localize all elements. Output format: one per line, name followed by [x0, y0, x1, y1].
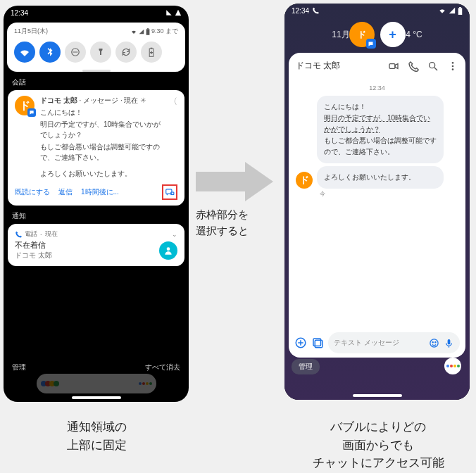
video-call-button[interactable]: [388, 61, 399, 72]
svg-rect-28: [448, 339, 451, 344]
left-phone-notification-shade: 12:34 11月5日(木) 9:30 まで: [4, 6, 189, 402]
right-caption: バブルによりどの画面からでもチャットにアクセス可能: [294, 418, 463, 472]
status-icons: [438, 7, 463, 15]
gesture-pill[interactable]: [353, 394, 402, 397]
wifi-toggle[interactable]: [14, 42, 35, 63]
svg-point-26: [432, 341, 433, 342]
gesture-pill[interactable]: [72, 396, 121, 399]
add-button[interactable]: [294, 336, 307, 349]
quick-settings-panel: 11月5日(木) 9:30 まで: [7, 23, 185, 72]
emoji-button[interactable]: [429, 338, 439, 348]
bubble-button[interactable]: [162, 184, 177, 200]
gallery-button[interactable]: [311, 336, 324, 349]
flashlight-toggle[interactable]: [90, 42, 111, 63]
mic-button[interactable]: [444, 338, 454, 348]
svg-rect-7: [150, 52, 153, 53]
manage-button[interactable]: 管理: [12, 362, 26, 372]
battery-saver-toggle[interactable]: [141, 42, 162, 63]
svg-point-15: [430, 62, 435, 68]
notification-line3: もしご都合悪い場合は調整可能ですので、ご連絡下さい。: [40, 141, 163, 163]
svg-point-19: [452, 68, 454, 70]
svg-point-10: [167, 247, 170, 251]
message-bubble[interactable]: よろしくお願いいたします。: [317, 166, 444, 189]
message-bubble[interactable]: こんにちは！ 明日の予定ですが、10時集合でいかがでしょうか？ もしご都合悪い場…: [317, 96, 444, 163]
svg-rect-1: [147, 28, 149, 29]
app-badge-icon: [27, 108, 36, 117]
bubble-app-badge-icon: [366, 39, 376, 49]
notification-greeting: こんにちは！: [40, 107, 163, 118]
contact-avatar: [159, 241, 177, 260]
snooze-button[interactable]: 1時間後に...: [81, 187, 119, 197]
sender-avatar: ド: [15, 96, 35, 115]
more-button[interactable]: [447, 61, 458, 72]
svg-rect-5: [151, 48, 153, 49]
bluetooth-toggle[interactable]: [39, 42, 61, 63]
chat-header: ドコモ 太郎: [289, 53, 465, 79]
status-icons: [165, 9, 182, 16]
status-bar: 12:34: [284, 4, 470, 18]
input-placeholder: テキスト メッセージ: [334, 338, 399, 348]
search-pill[interactable]: [37, 374, 156, 393]
audio-call-button[interactable]: [408, 61, 419, 72]
chat-body[interactable]: 12:34 ド こんにちは！ 明日の予定ですが、10時集合でいかがでしょうか？ …: [289, 79, 465, 328]
svg-rect-14: [389, 63, 395, 68]
expand-icon[interactable]: ⌄: [172, 231, 177, 238]
svg-point-25: [430, 339, 438, 346]
status-time: 12:34: [11, 9, 28, 17]
sender-avatar: ド: [296, 172, 313, 189]
svg-rect-13: [459, 7, 461, 8]
chat-timestamp: 12:34: [296, 84, 458, 92]
section-conversations: 会話: [12, 77, 189, 87]
panel-handle[interactable]: [82, 70, 111, 72]
notification-line2: 明日の予定ですが、10時集合でいかがでしょうか？: [40, 119, 163, 140]
collapse-icon[interactable]: 〈: [169, 96, 177, 108]
message-time: 今: [320, 190, 458, 198]
dock: [4, 374, 189, 393]
call-notification[interactable]: 電話 · 現在 ⌄ 不在着信 ドコモ 太郎: [8, 224, 184, 266]
chat-panel: ドコモ 太郎 12:34 ド こんにちは！ 明日の予定ですが、10時集合でいかが…: [289, 53, 465, 358]
active-bubble[interactable]: ド: [349, 22, 375, 47]
left-caption: 通知領域の上部に固定: [26, 418, 167, 454]
chat-contact-name: ドコモ 太郎: [296, 60, 380, 72]
chat-input-bar: テキスト メッセージ: [289, 328, 465, 358]
bubble-bar: ド +: [349, 22, 406, 47]
notification-line4: よろしくお願いいたします。: [40, 168, 163, 179]
clear-all-button[interactable]: すべて消去: [145, 362, 180, 372]
manage-button[interactable]: 管理: [292, 359, 320, 374]
search-button[interactable]: [427, 61, 439, 72]
status-right: 9:30 まで: [130, 27, 178, 36]
status-bar: 12:34: [4, 6, 189, 20]
panel-date: 11月5日(木): [14, 27, 48, 36]
quick-settings-row: [7, 37, 185, 70]
svg-rect-12: [458, 8, 463, 15]
dnd-toggle[interactable]: [65, 42, 86, 63]
section-notifications: 通知: [12, 211, 189, 221]
svg-point-27: [435, 341, 436, 342]
notification-header: ドコモ 太郎 · メッセージ · 現在 ☀: [40, 96, 163, 106]
status-time: 12:34: [292, 7, 309, 15]
svg-point-18: [452, 65, 454, 67]
message-row: ド こんにちは！ 明日の予定ですが、10時集合でいかがでしょうか？ もしご都合悪…: [296, 96, 458, 189]
message-input[interactable]: テキスト メッセージ: [328, 332, 460, 353]
svg-marker-11: [196, 162, 273, 201]
svg-rect-0: [146, 29, 150, 34]
mark-read-button[interactable]: 既読にする: [15, 187, 50, 197]
svg-point-17: [452, 62, 454, 64]
arrow-icon: [196, 162, 273, 201]
missed-call-from: ドコモ 太郎: [15, 251, 52, 260]
conversation-notification[interactable]: ド ドコモ 太郎 · メッセージ · 現在 ☀ こんにちは！ 明日の予定ですが、…: [8, 90, 184, 206]
notification-actions: 既読にする 返信 1時間後に...: [15, 184, 177, 200]
rotate-toggle[interactable]: [115, 42, 137, 63]
phone-icon: [15, 231, 22, 238]
right-phone-chat-bubble: 12:34 11月5日 ☀ 24 °C ド + ドコモ 太郎: [284, 4, 470, 400]
reply-button[interactable]: 返信: [58, 187, 73, 197]
add-bubble-button[interactable]: +: [380, 22, 406, 47]
shade-footer: 管理 すべて消去: [4, 360, 189, 375]
svg-line-16: [434, 68, 437, 70]
missed-call-title: 不在着信: [15, 240, 52, 251]
assistant-button[interactable]: [444, 358, 461, 374]
middle-caption: 赤枠部分を選択すると: [196, 207, 280, 239]
